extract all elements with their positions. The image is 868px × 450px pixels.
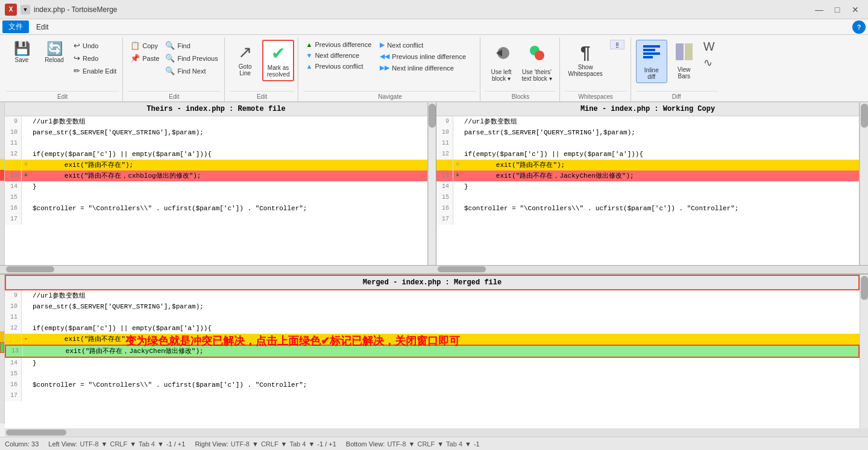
table-row: 11 [436, 138, 859, 149]
right-pos: -1 / +1 [317, 440, 336, 448]
next-inline-icon: ▶▶ [380, 64, 389, 72]
next-conflict-button[interactable]: ▶ Next conflict [377, 40, 468, 50]
margin-spacer [0, 266, 5, 273]
table-row: 15 [5, 192, 427, 203]
inline-diff-button[interactable]: Inlinediff [636, 40, 667, 83]
left-margin-strip [0, 102, 5, 265]
merged-inner: Merged - index.php : Merged file 9//url参… [0, 275, 868, 429]
merged-hscroll[interactable] [5, 428, 868, 437]
ribbon-group-goto-resolve: ↗ GotoLine ✔ Mark asresolved Edit [226, 37, 299, 101]
close-button[interactable]: ✕ [848, 4, 863, 16]
table-row: 16$controller = "\Controllers\\" . ucfir… [5, 203, 427, 214]
enable-edit-button[interactable]: ✏ Enable Edit [71, 65, 119, 77]
merged-vscroll[interactable] [860, 275, 868, 429]
left-encoding-dropdown[interactable]: UTF-8 [80, 440, 98, 448]
copy-group-label: Edit [128, 91, 220, 101]
mine-hscroll[interactable] [436, 266, 860, 273]
svg-rect-6 [643, 52, 660, 55]
bottom-tab-dropdown[interactable]: Tab 4 [446, 440, 462, 448]
redo-button[interactable]: ↪ Redo [71, 52, 119, 64]
paste-button[interactable]: 📌 Paste [128, 52, 162, 64]
mine-content[interactable]: 9//url参数变数组 10parse_str($_SERVER['QUERY_… [436, 116, 859, 265]
table-row: 14} [436, 181, 859, 192]
bottom-view-label: Bottom View: [346, 440, 385, 448]
next-inline-diff-button[interactable]: ▶▶ Next inline difference [377, 63, 468, 73]
copy-label: Copy [142, 42, 158, 49]
theirs-hscroll-thumb [6, 266, 54, 272]
ribbon-group-edit1: 💾 Save 🔄 Reload ↩ Undo ↪ Redo ✏ Enable E… [2, 37, 123, 101]
status-bar: Column: 33 Left View: UTF-8▼ CRLF▼ Tab 4… [0, 437, 868, 450]
table-row: 9//url参数变数组 [436, 116, 859, 127]
right-lineending-dropdown[interactable]: CRLF [261, 440, 278, 448]
show-whitespace-button[interactable]: ¶ ShowWhitespaces [565, 40, 606, 80]
prev-difference-button[interactable]: ▲ Previous difference [303, 40, 374, 49]
paste-label: Paste [142, 55, 159, 62]
left-tab-dropdown[interactable]: Tab 4 [139, 440, 155, 448]
bottom-lineending-dropdown[interactable]: CRLF [417, 440, 435, 448]
bottom-encoding-dropdown[interactable]: UTF-8 [387, 440, 406, 448]
save-button[interactable]: 💾 Save [6, 40, 37, 66]
view-bars-button[interactable]: ViewBars [668, 40, 700, 82]
blocks-group-label: Blocks [485, 91, 555, 101]
prev-inline-icon: ◀◀ [380, 52, 389, 60]
right-encoding-dropdown[interactable]: UTF-8 [231, 440, 250, 448]
use-left-block-button[interactable]: Use leftblock ▾ [485, 40, 517, 84]
enable-edit-icon: ✏ [74, 66, 80, 75]
ribbon-group-diff: Inlinediff ViewBars W ∿ Diff [632, 37, 721, 101]
navigate-group-label: Navigate [303, 91, 476, 101]
undo-button[interactable]: ↩ Undo [71, 40, 119, 51]
copy-icon: 📋 [130, 41, 140, 50]
left-lineending-dropdown[interactable]: CRLF [110, 440, 127, 448]
show-whitespace-label: ShowWhitespaces [568, 64, 603, 77]
menu-file[interactable]: 文件 [2, 20, 29, 33]
ribbon-group-copy-find: 📋 Copy 📌 Paste 🔍 Find 🔍 Find Previous [124, 37, 224, 101]
merged-pane: Merged - index.php : Merged file 9//url参… [0, 274, 868, 437]
prev-inline-diff-button[interactable]: ◀◀ Previous inline difference [377, 51, 468, 61]
help-button[interactable]: ? [852, 20, 866, 34]
next-inline-label: Next inline difference [392, 64, 454, 72]
prev-diff-icon: ▲ [306, 41, 312, 48]
find-next-button[interactable]: 🔍 Find Next [163, 65, 220, 77]
merged-content[interactable]: 9//url参数变数组 10parse_str($_SERVER['QUERY_… [5, 290, 860, 429]
whitespace-group-label: Whitespaces [565, 91, 627, 101]
table-row: 10parse_str($_SERVER['QUERY_STRING'],$pa… [5, 301, 860, 312]
next-conflict-label: Next conflict [387, 42, 423, 49]
minimize-button[interactable]: — [811, 4, 827, 16]
mine-vscroll[interactable] [860, 102, 868, 265]
prev-conflict-icon: ▲ [306, 63, 312, 70]
ribbon-btns-edit1: 💾 Save 🔄 Reload ↩ Undo ↪ Redo ✏ Enable E… [6, 37, 119, 91]
use-theirs-block-button[interactable]: Use 'theirs'text block ▾ [518, 40, 555, 84]
find-button[interactable]: 🔍 Find [163, 40, 220, 51]
view-bars-icon [675, 42, 694, 65]
prev-conflict-button[interactable]: ▲ Previous conflict [303, 61, 374, 71]
title-text: index.php - TortoiseMerge [34, 5, 808, 14]
table-row: 11 [5, 138, 427, 149]
theirs-hscroll[interactable] [5, 266, 428, 273]
abc-icon[interactable]: ∿ [703, 56, 715, 69]
ribbon-group-blocks: Use leftblock ▾ Use 'theirs'text block ▾… [482, 37, 559, 101]
inline-diff-icon [642, 43, 661, 66]
next-difference-button[interactable]: ▼ Next difference [303, 51, 374, 60]
find-previous-button[interactable]: 🔍 Find Previous [163, 52, 220, 64]
mine-hscroll-thumb [438, 266, 486, 272]
theirs-vscroll[interactable] [428, 102, 436, 265]
theirs-content[interactable]: 9//url参数变数组 10parse_str($_SERVER['QUERY_… [5, 116, 427, 265]
right-tab-dropdown[interactable]: Tab 4 [290, 440, 306, 448]
right-view-label: Right View: [195, 440, 228, 448]
table-row: 13+ exit("路由不存在，JackyChen做出修改"); [436, 170, 859, 181]
table-row: 13+ exit("路由不存在，cxhblog做出的修改"); [5, 170, 427, 181]
table-row: 10parse_str($_SERVER['QUERY_STRING'],$pa… [436, 127, 859, 138]
window-controls: — □ ✕ [811, 4, 863, 16]
maximize-button[interactable]: □ [829, 4, 845, 16]
copy-button[interactable]: 📋 Copy [128, 40, 162, 51]
reload-button[interactable]: 🔄 Reload [39, 40, 70, 66]
bottom-view-status: Bottom View: UTF-8▼ CRLF▼ Tab 4▼ -1 [346, 440, 480, 448]
goto-line-button[interactable]: ↗ GotoLine [230, 40, 261, 79]
menu-edit[interactable]: Edit [30, 22, 55, 33]
word-icon[interactable]: W [703, 40, 715, 54]
redo-icon: ↪ [74, 54, 80, 63]
table-row: 16$controller = "\Controllers\\" . ucfir… [5, 380, 860, 390]
mine-vscroll-thumb [861, 104, 868, 128]
mark-resolved-button[interactable]: ✔ Mark asresolved [262, 40, 295, 81]
svg-rect-5 [643, 49, 655, 51]
